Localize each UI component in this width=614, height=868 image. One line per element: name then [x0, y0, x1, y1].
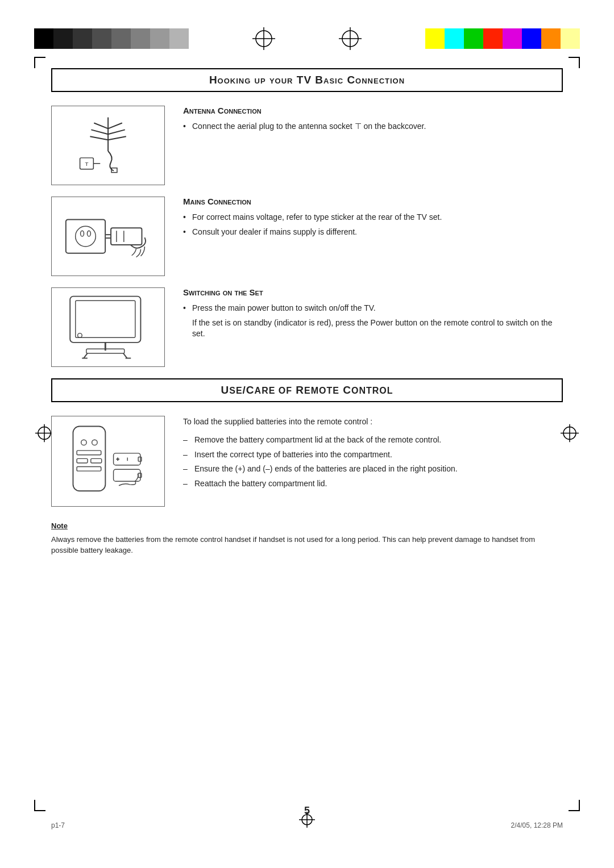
corner-mark-tr [569, 57, 580, 68]
footer-center-crosshair [299, 812, 315, 829]
mains-bullet-2: Consult your dealer if mains supply is d… [183, 227, 563, 238]
remote-dash-3: Ensure the (+) and (–) ends of the batte… [183, 464, 563, 475]
corner-mark-tl [34, 57, 45, 68]
svg-rect-54 [138, 473, 142, 478]
switching-extra: If the set is on standby (indicator is r… [183, 318, 563, 340]
switching-illustration [51, 287, 165, 367]
svg-rect-46 [91, 458, 102, 463]
svg-rect-44 [77, 450, 101, 455]
switching-bullet-1: Press the main power button to switch on… [183, 303, 563, 314]
svg-rect-23 [66, 219, 105, 253]
antenna-row: T Antenna Connection Connect the aerial … [51, 106, 563, 185]
remote-dash-4: Reattach the battery compartment lid. [183, 478, 563, 490]
svg-point-43 [92, 440, 97, 445]
mains-title: Mains Connection [183, 197, 563, 206]
svg-line-37 [84, 353, 88, 358]
antenna-bullet-1: Connect the aerial plug to the antenna s… [183, 121, 563, 132]
switching-title: Switching on the Set [183, 287, 563, 297]
svg-rect-33 [76, 301, 135, 337]
note-section: Note Always remove the batteries from th… [51, 520, 563, 556]
svg-line-15 [91, 130, 108, 134]
remote-text: To load the supplied batteries into the … [183, 416, 563, 493]
switching-text: Switching on the Set Press the main powe… [183, 287, 563, 340]
section2-header: USE/CARE OF REMOTE CONTROL [51, 378, 563, 402]
note-title: Note [51, 520, 563, 532]
svg-point-42 [81, 440, 86, 445]
corner-mark-bl [34, 800, 45, 811]
note-text: Always remove the batteries from the rem… [51, 534, 563, 556]
svg-point-25 [80, 231, 84, 236]
remote-row: To load the supplied batteries into the … [51, 416, 563, 507]
mains-bullet-1: For correct mains voltage, refer to type… [183, 212, 563, 223]
antenna-illustration: T [51, 106, 165, 185]
mains-illustration [51, 197, 165, 276]
color-bars [34, 27, 580, 50]
antenna-text: Antenna Connection Connect the aerial pl… [183, 106, 563, 136]
right-color-bars [425, 28, 580, 49]
remote-dash-list: Remove the battery compartment lid at th… [183, 435, 563, 489]
svg-rect-32 [70, 297, 140, 343]
remote-dash-2: Insert the correct type of batteries int… [183, 449, 563, 461]
page-content: Hooking up your TV Basic Connection [51, 68, 563, 800]
right-crosshair [339, 27, 362, 50]
svg-line-18 [108, 136, 126, 140]
remote-load-text: To load the supplied batteries into the … [183, 416, 563, 428]
left-crosshair [252, 27, 275, 50]
svg-rect-45 [77, 458, 88, 463]
mains-row: Mains Connection For correct mains volta… [51, 197, 563, 276]
svg-line-14 [108, 123, 122, 128]
right-side-crosshair [561, 424, 579, 444]
svg-line-38 [123, 353, 127, 358]
svg-line-13 [94, 123, 108, 128]
svg-rect-47 [77, 466, 101, 471]
switching-bullets: Press the main power button to switch on… [183, 303, 563, 314]
remote-illustration [51, 416, 165, 507]
section1-title: Hooking up your TV Basic Connection [209, 74, 405, 86]
antenna-bullets: Connect the aerial plug to the antenna s… [183, 121, 563, 132]
antenna-title: Antenna Connection [183, 106, 563, 115]
footer-right: 2/4/05, 12:28 PM [511, 821, 563, 829]
switching-row: Switching on the Set Press the main powe… [51, 287, 563, 367]
section1-header: Hooking up your TV Basic Connection [51, 68, 563, 92]
svg-rect-49 [138, 457, 142, 461]
svg-rect-27 [111, 228, 142, 245]
left-color-bars [34, 28, 189, 49]
svg-line-17 [90, 136, 108, 140]
svg-text:T: T [85, 161, 88, 167]
svg-point-26 [87, 231, 90, 236]
section2-title: USE/CARE OF REMOTE CONTROL [221, 384, 393, 396]
svg-point-34 [78, 333, 82, 338]
svg-line-16 [108, 130, 125, 134]
mains-text: Mains Connection For correct mains volta… [183, 197, 563, 241]
footer-left: p1-7 [51, 821, 65, 829]
mains-bullets: For correct mains voltage, refer to type… [183, 212, 563, 237]
svg-point-24 [76, 226, 96, 247]
remote-dash-1: Remove the battery compartment lid at th… [183, 435, 563, 446]
corner-mark-br [569, 800, 580, 811]
